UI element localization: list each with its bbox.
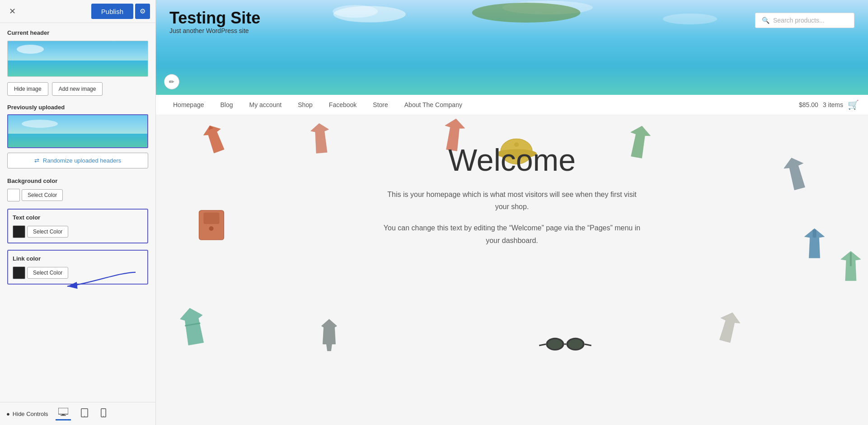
- svg-rect-3: [61, 415, 66, 416]
- uploaded-header-preview[interactable]: [7, 114, 148, 148]
- top-bar: ✕ Publish ⚙: [0, 0, 155, 23]
- svg-point-23: [566, 338, 584, 350]
- randomize-label: Randomize uploaded headers: [43, 157, 121, 164]
- link-color-row: Select Color: [13, 266, 143, 279]
- svg-point-22: [546, 338, 564, 350]
- site-content: Welcome This is your homepage which is w…: [156, 115, 868, 425]
- nav-links: Homepage Blog My account Shop Facebook S…: [165, 95, 470, 115]
- randomize-icon: ⇄: [34, 157, 39, 164]
- cart-area: $85.00 3 items 🛒: [799, 99, 859, 110]
- bottom-bar: ● Hide Controls: [0, 402, 155, 425]
- site-search[interactable]: 🔍 Search products...: [755, 13, 854, 28]
- previously-uploaded-title: Previously uploaded: [7, 104, 148, 111]
- hide-image-button[interactable]: Hide image: [7, 82, 48, 96]
- link-color-swatch[interactable]: [13, 266, 25, 279]
- current-header-preview: [7, 41, 148, 77]
- text-color-section: Text color Select Color: [7, 209, 148, 243]
- text-color-swatch[interactable]: [13, 225, 25, 238]
- site-tagline: Just another WordPress site: [169, 27, 260, 34]
- island-decoration: [479, 2, 534, 14]
- link-color-title: Link color: [13, 255, 143, 262]
- svg-point-5: [84, 416, 85, 416]
- nav-item-shop[interactable]: Shop: [290, 95, 321, 115]
- svg-point-28: [568, 339, 582, 349]
- svg-rect-2: [62, 414, 65, 415]
- settings-button[interactable]: ⚙: [135, 4, 150, 19]
- welcome-text-2: You can change this text by editing the …: [381, 222, 643, 246]
- bg-select-color-button[interactable]: Select Color: [22, 189, 63, 201]
- welcome-section: Welcome This is your homepage which is w…: [156, 115, 868, 274]
- text-select-color-button[interactable]: Select Color: [27, 226, 68, 238]
- svg-rect-21: [185, 322, 200, 327]
- link-select-color-button[interactable]: Select Color: [27, 267, 68, 279]
- tablet-device-button[interactable]: [78, 407, 91, 420]
- left-panel: ✕ Publish ⚙ Current header Hide image Ad…: [0, 0, 156, 425]
- previously-uploaded-section: Previously uploaded ⇄ Randomize uploaded…: [7, 104, 148, 168]
- nav-item-myaccount[interactable]: My account: [241, 95, 290, 115]
- svg-rect-6: [101, 408, 106, 417]
- link-color-section: Link color Select Color: [7, 250, 148, 285]
- nav-item-facebook[interactable]: Facebook: [321, 95, 365, 115]
- search-placeholder-text: Search products...: [773, 17, 825, 24]
- svg-point-12: [663, 14, 717, 24]
- search-icon: 🔍: [762, 17, 769, 24]
- svg-line-26: [585, 344, 591, 346]
- main-area: Testing Site Just another WordPress site…: [156, 0, 868, 425]
- site-nav: Homepage Blog My account Shop Facebook S…: [156, 95, 868, 115]
- svg-point-10: [333, 5, 378, 18]
- svg-line-25: [539, 344, 546, 346]
- svg-point-7: [103, 416, 104, 416]
- hide-controls-label: Hide Controls: [13, 411, 48, 417]
- cart-icon[interactable]: 🛒: [848, 99, 859, 110]
- randomize-button[interactable]: ⇄ Randomize uploaded headers: [7, 153, 148, 168]
- bg-color-row: Select Color: [7, 189, 148, 201]
- mobile-device-button[interactable]: [98, 407, 109, 420]
- current-header-title: Current header: [7, 29, 148, 36]
- cart-items: 3 items: [823, 101, 843, 108]
- hide-controls-circle-icon: ●: [6, 411, 10, 417]
- ocean-overlay: [156, 54, 868, 95]
- close-button[interactable]: ✕: [5, 5, 19, 18]
- nav-item-homepage[interactable]: Homepage: [165, 95, 212, 115]
- current-header-section: Current header Hide image Add new image: [7, 29, 148, 96]
- nav-item-about[interactable]: About The Company: [396, 95, 470, 115]
- text-color-title: Text color: [13, 214, 143, 221]
- site-branding: Testing Site Just another WordPress site: [169, 9, 260, 34]
- bg-color-swatch[interactable]: [7, 189, 20, 201]
- svg-point-27: [548, 339, 562, 349]
- welcome-title: Welcome: [165, 142, 859, 177]
- nav-item-store[interactable]: Store: [365, 95, 396, 115]
- svg-rect-1: [58, 408, 68, 414]
- cart-amount: $85.00: [799, 101, 818, 108]
- image-buttons: Hide image Add new image: [7, 82, 148, 96]
- text-color-row: Select Color: [13, 225, 143, 238]
- background-color-section: Background color Select Color: [7, 177, 148, 201]
- publish-button[interactable]: Publish: [91, 4, 133, 19]
- desktop-device-button[interactable]: [56, 407, 71, 420]
- welcome-text-1: This is your homepage which is what most…: [381, 188, 643, 213]
- svg-point-9: [333, 6, 406, 23]
- bg-color-title: Background color: [7, 177, 148, 184]
- add-new-image-button[interactable]: Add new image: [52, 82, 103, 96]
- site-title: Testing Site: [169, 9, 260, 27]
- hide-controls-button[interactable]: ● Hide Controls: [6, 411, 48, 417]
- panel-content: Current header Hide image Add new image …: [0, 23, 155, 402]
- svg-rect-4: [81, 408, 88, 417]
- site-header: Testing Site Just another WordPress site…: [156, 0, 868, 95]
- nav-item-blog[interactable]: Blog: [212, 95, 241, 115]
- edit-pencil-button[interactable]: ✏: [164, 74, 179, 89]
